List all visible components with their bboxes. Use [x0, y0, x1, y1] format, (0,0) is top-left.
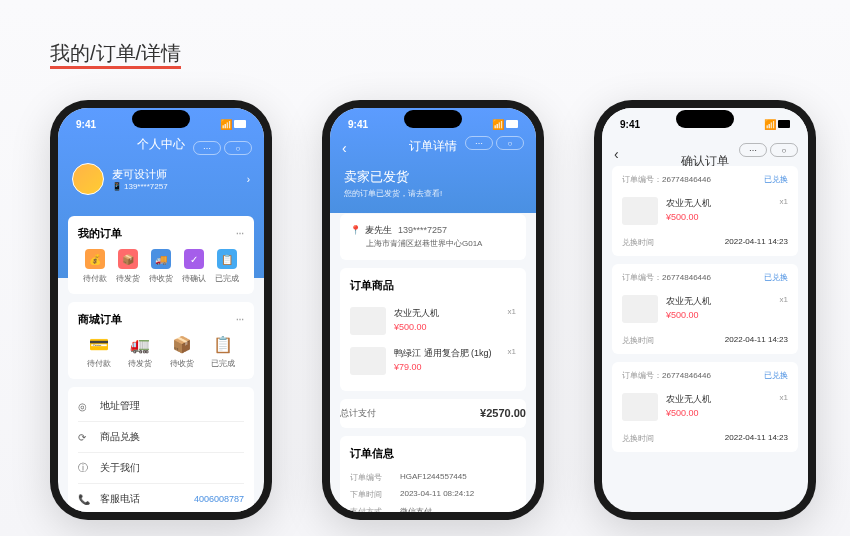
product-image	[350, 347, 386, 375]
card-title: 订单商品	[350, 278, 394, 293]
menu-card: ◎地址管理 ⟳商品兑换 ⓘ关于我们 📞客服电话4006008787	[68, 387, 254, 512]
ship-status-sub: 您的订单已发货，请去查看!	[344, 188, 522, 199]
order-card[interactable]: 订单编号：26774846446已兑换 农业无人机¥500.00x1 兑换时间2…	[612, 362, 798, 452]
total-card: 总计支付¥2570.00	[340, 399, 526, 428]
mall-tab-done[interactable]: 📋已完成	[211, 335, 235, 369]
truck-icon: 🚚	[151, 249, 171, 269]
goods-item[interactable]: 农业无人机¥500.00x1	[350, 301, 516, 341]
status-badge: 已兑换	[764, 370, 788, 381]
done-icon: 📋	[217, 249, 237, 269]
info-row: 支付方式微信支付	[350, 503, 516, 513]
info-card: 订单信息 订单编号HGAF1244557445 下单时间2023-04-11 0…	[340, 436, 526, 513]
menu-address[interactable]: ◎地址管理	[78, 391, 244, 421]
phone-confirm-order: 9:41📶 ‹ 确认订单 ⋯○ 订单编号：26774846446已兑换 农业无人…	[594, 100, 816, 520]
card-title: 商城订单	[78, 312, 122, 327]
address-card[interactable]: 📍麦先生139****7257 上海市青浦区赵巷世界中心G01A	[340, 214, 526, 260]
location-icon: ◎	[78, 401, 92, 412]
card-title: 我的订单	[78, 226, 122, 241]
address-detail: 上海市青浦区赵巷世界中心G01A	[350, 238, 516, 250]
capsule-menu-icon[interactable]: ⋯	[739, 143, 767, 157]
user-name: 麦可设计师	[112, 167, 239, 182]
capsule-close-icon[interactable]: ○	[224, 141, 252, 155]
capsule-close-icon[interactable]: ○	[770, 143, 798, 157]
product-image	[350, 307, 386, 335]
info-row: 订单编号HGAF1244557445	[350, 469, 516, 486]
exchange-icon: ⟳	[78, 432, 92, 443]
mall-tab-receive[interactable]: 📦待收货	[170, 335, 194, 369]
profile-card[interactable]: 麦可设计师📱139****7257 ›	[72, 163, 250, 195]
order-tab-receive[interactable]: 🚚待收货	[149, 249, 173, 284]
truck-icon: 🚛	[130, 335, 150, 354]
order-card[interactable]: 订单编号：26774846446已兑换 农业无人机¥500.00x1 兑换时间2…	[612, 166, 798, 256]
product-image	[622, 295, 658, 323]
more-icon[interactable]: ⋯	[236, 315, 244, 324]
user-phone: 📱139****7257	[112, 182, 239, 191]
capsule-close-icon[interactable]: ○	[496, 136, 524, 150]
product-image	[622, 197, 658, 225]
status-badge: 已兑换	[764, 272, 788, 283]
mall-tab-ship[interactable]: 🚛待发货	[128, 335, 152, 369]
notch	[676, 110, 734, 128]
order-tab-done[interactable]: 📋已完成	[215, 249, 239, 284]
box-icon: 📦	[172, 335, 192, 354]
ship-status-title: 卖家已发货	[344, 168, 522, 186]
capsule-menu-icon[interactable]: ⋯	[465, 136, 493, 150]
info-icon: ⓘ	[78, 461, 92, 475]
wallet-icon: 💳	[89, 335, 109, 354]
done-icon: 📋	[213, 335, 233, 354]
my-orders-card: 我的订单⋯ 💰待付款 📦待发货 🚚待收货 ✓待确认 📋已完成	[68, 216, 254, 294]
goods-item[interactable]: 鸭绿江 通用复合肥 (1kg)¥79.00x1	[350, 341, 516, 381]
card-title: 订单信息	[350, 446, 394, 461]
order-tab-confirm[interactable]: ✓待确认	[182, 249, 206, 284]
notch	[404, 110, 462, 128]
phone-icon: 📞	[78, 494, 92, 505]
order-card[interactable]: 订单编号：26774846446已兑换 农业无人机¥500.00x1 兑换时间2…	[612, 264, 798, 354]
wallet-icon: 💰	[85, 249, 105, 269]
chevron-right-icon: ›	[247, 174, 250, 185]
phone-profile: 9:41📶 麦可设计师📱139****7257 › 个人中心 ⋯○ 我的订单⋯ …	[50, 100, 272, 520]
box-icon: 📦	[118, 249, 138, 269]
info-row: 下单时间2023-04-11 08:24:12	[350, 486, 516, 503]
mall-tab-pay[interactable]: 💳待付款	[87, 335, 111, 369]
capsule-menu-icon[interactable]: ⋯	[193, 141, 221, 155]
more-icon[interactable]: ⋯	[236, 229, 244, 238]
phone-order-detail: 9:41📶 ‹ 订单详情 ⋯○ 卖家已发货 您的订单已发货，请去查看! 📍麦先生…	[322, 100, 544, 520]
order-tab-pay[interactable]: 💰待付款	[83, 249, 107, 284]
check-icon: ✓	[184, 249, 204, 269]
product-image	[622, 393, 658, 421]
goods-card: 订单商品 农业无人机¥500.00x1 鸭绿江 通用复合肥 (1kg)¥79.0…	[340, 268, 526, 391]
menu-about[interactable]: ⓘ关于我们	[78, 452, 244, 483]
order-tab-ship[interactable]: 📦待发货	[116, 249, 140, 284]
pin-icon: 📍	[350, 225, 361, 235]
status-badge: 已兑换	[764, 174, 788, 185]
menu-exchange[interactable]: ⟳商品兑换	[78, 421, 244, 452]
mall-orders-card: 商城订单⋯ 💳待付款 🚛待发货 📦待收货 📋已完成	[68, 302, 254, 379]
avatar	[72, 163, 104, 195]
notch	[132, 110, 190, 128]
breadcrumb-link[interactable]: 我的/订单/详情	[50, 42, 181, 69]
menu-service[interactable]: 📞客服电话4006008787	[78, 483, 244, 512]
breadcrumb: 我的/订单/详情	[50, 40, 181, 67]
